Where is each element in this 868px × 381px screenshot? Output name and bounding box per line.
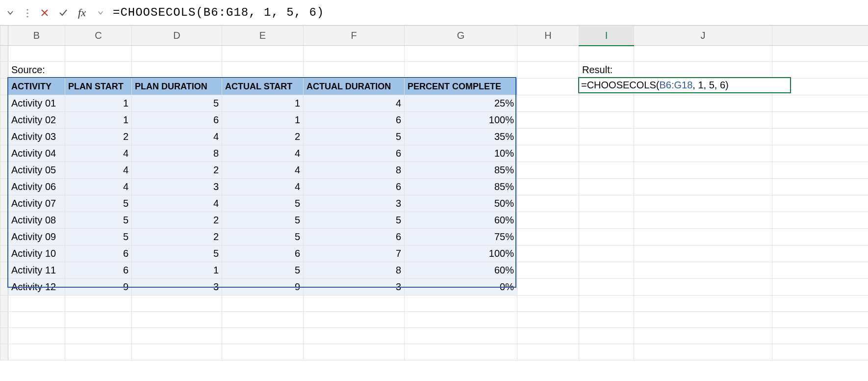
- plan-duration-cell[interactable]: 3: [132, 179, 222, 195]
- cell[interactable]: [772, 296, 868, 312]
- actual-duration-cell[interactable]: 7: [304, 245, 405, 262]
- cell[interactable]: [222, 328, 304, 344]
- actual-duration-cell[interactable]: 6: [304, 112, 405, 129]
- plan-duration-cell[interactable]: 2: [132, 162, 222, 179]
- cell[interactable]: [8, 312, 65, 328]
- cell[interactable]: [772, 328, 868, 344]
- cell[interactable]: [579, 229, 634, 245]
- plan-start-cell[interactable]: 1: [65, 95, 132, 112]
- row-header[interactable]: [0, 328, 8, 344]
- plan-duration-cell[interactable]: 3: [132, 279, 222, 296]
- actual-duration-cell[interactable]: 6: [304, 179, 405, 195]
- cell[interactable]: [304, 296, 405, 312]
- activity-cell[interactable]: Activity 04: [8, 145, 65, 162]
- row-header[interactable]: [0, 279, 8, 296]
- cell[interactable]: [772, 279, 868, 296]
- row-header[interactable]: [0, 112, 8, 129]
- confirm-formula-button[interactable]: [56, 5, 71, 20]
- cell[interactable]: [132, 328, 222, 344]
- cell[interactable]: [222, 344, 304, 360]
- actual-start-cell[interactable]: 9: [222, 279, 304, 296]
- row-header[interactable]: [0, 344, 8, 360]
- cell[interactable]: [517, 279, 579, 296]
- row-header[interactable]: [0, 296, 8, 312]
- row-header[interactable]: [0, 162, 8, 179]
- cell[interactable]: [634, 62, 772, 79]
- cell[interactable]: [634, 95, 772, 112]
- percent-complete-cell[interactable]: 25%: [405, 95, 517, 112]
- cell[interactable]: [579, 262, 634, 279]
- cell[interactable]: [517, 112, 579, 129]
- actual-start-cell[interactable]: 5: [222, 195, 304, 212]
- active-cell-editor[interactable]: =CHOOSECOLS(B6:G18, 1, 5, 6): [578, 77, 791, 93]
- cell[interactable]: [772, 229, 868, 245]
- plan-start-cell[interactable]: 5: [65, 212, 132, 229]
- row-header[interactable]: [0, 46, 8, 62]
- actual-duration-cell[interactable]: 6: [304, 229, 405, 245]
- cell[interactable]: [634, 195, 772, 212]
- cell[interactable]: [517, 344, 579, 360]
- row-header[interactable]: [0, 145, 8, 162]
- cell[interactable]: [579, 212, 634, 229]
- cell[interactable]: [772, 312, 868, 328]
- cell[interactable]: [772, 95, 868, 112]
- actual-duration-cell[interactable]: 5: [304, 129, 405, 145]
- cell[interactable]: [579, 312, 634, 328]
- actual-start-cell[interactable]: 5: [222, 212, 304, 229]
- row-header[interactable]: [0, 262, 8, 279]
- row-header[interactable]: [0, 179, 8, 195]
- col-header-J[interactable]: J: [634, 26, 772, 46]
- cell[interactable]: [304, 46, 405, 62]
- plan-start-cell[interactable]: 6: [65, 262, 132, 279]
- cell[interactable]: [517, 179, 579, 195]
- cell[interactable]: [772, 195, 868, 212]
- cell[interactable]: [65, 62, 132, 79]
- row-header[interactable]: [0, 95, 8, 112]
- activity-cell[interactable]: Activity 07: [8, 195, 65, 212]
- cell[interactable]: [405, 328, 517, 344]
- cell[interactable]: [517, 262, 579, 279]
- cell[interactable]: [517, 296, 579, 312]
- cell[interactable]: [222, 296, 304, 312]
- actual-duration-cell[interactable]: 3: [304, 279, 405, 296]
- col-header-I[interactable]: I: [579, 26, 634, 46]
- percent-complete-cell[interactable]: 60%: [405, 212, 517, 229]
- cell[interactable]: [634, 262, 772, 279]
- cell[interactable]: [772, 46, 868, 62]
- cell[interactable]: [634, 46, 772, 62]
- cell[interactable]: [579, 328, 634, 344]
- cell[interactable]: [65, 46, 132, 62]
- plan-start-cell[interactable]: 5: [65, 229, 132, 245]
- cell[interactable]: [517, 162, 579, 179]
- plan-duration-cell[interactable]: 2: [132, 212, 222, 229]
- cell[interactable]: [8, 344, 65, 360]
- cell[interactable]: [634, 245, 772, 262]
- row-header[interactable]: [0, 79, 8, 95]
- cell[interactable]: [772, 344, 868, 360]
- activity-cell[interactable]: Activity 06: [8, 179, 65, 195]
- cell[interactable]: [132, 344, 222, 360]
- plan-duration-cell[interactable]: 2: [132, 229, 222, 245]
- cell[interactable]: [634, 344, 772, 360]
- cell[interactable]: [579, 195, 634, 212]
- row-header[interactable]: [0, 62, 8, 79]
- activity-cell[interactable]: Activity 10: [8, 245, 65, 262]
- activity-cell[interactable]: Activity 11: [8, 262, 65, 279]
- actual-start-cell[interactable]: 5: [222, 229, 304, 245]
- cell[interactable]: [579, 95, 634, 112]
- activity-cell[interactable]: Activity 09: [8, 229, 65, 245]
- actual-start-cell[interactable]: 2: [222, 129, 304, 145]
- cell[interactable]: [8, 296, 65, 312]
- actual-start-cell[interactable]: 4: [222, 179, 304, 195]
- cell[interactable]: [304, 328, 405, 344]
- percent-complete-cell[interactable]: 75%: [405, 229, 517, 245]
- cell[interactable]: [634, 179, 772, 195]
- col-header-E[interactable]: E: [222, 26, 304, 46]
- percent-complete-cell[interactable]: 35%: [405, 129, 517, 145]
- cell[interactable]: [132, 296, 222, 312]
- cell[interactable]: [772, 262, 868, 279]
- cell[interactable]: [772, 129, 868, 145]
- cell[interactable]: [579, 344, 634, 360]
- cell[interactable]: [517, 312, 579, 328]
- cell[interactable]: [405, 46, 517, 62]
